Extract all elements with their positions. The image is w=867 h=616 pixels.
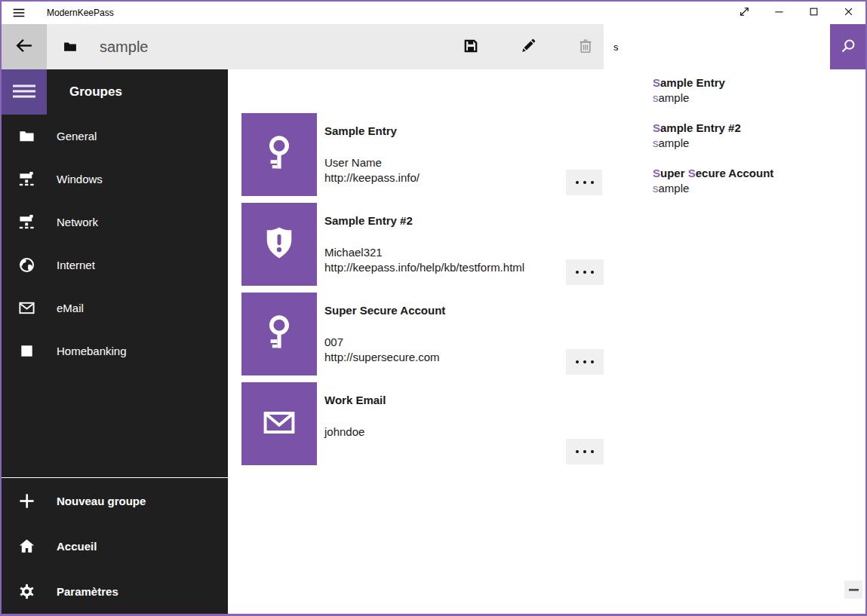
sidebar-item-label: Nouveau groupe: [57, 495, 146, 507]
entry-lines: 007http://supersecure.com: [324, 335, 445, 365]
search-suggestion[interactable]: Sample Entrysample: [602, 75, 865, 121]
more-dot: [591, 360, 594, 363]
sidebar-item-label: Internet: [57, 259, 95, 271]
entry-lines: User Namehttp://keepass.info/: [324, 155, 420, 185]
pane-hamburger-button[interactable]: [2, 69, 47, 115]
entry-info: Sample Entry #2Michael321http://keepass.…: [324, 203, 524, 286]
gear-icon: [18, 583, 35, 600]
sidebar-item-accueil[interactable]: Accueil: [2, 523, 228, 568]
sidebar-item-internet[interactable]: Internet: [2, 244, 228, 287]
suggestion-subtitle-part: s: [653, 91, 659, 104]
entry-line: User Name: [324, 155, 420, 170]
sidebar-item-param-tres[interactable]: Paramètres: [2, 568, 228, 614]
edit-button[interactable]: [510, 24, 546, 69]
search-suggestion[interactable]: Super Secure Accountsample: [602, 166, 865, 211]
database-folder-icon: [63, 39, 78, 54]
suggestion-subtitle-part: s: [653, 136, 659, 149]
suggestion-subtitle-part: ample: [659, 136, 690, 149]
entry-line: Michael321: [324, 245, 524, 260]
database-title: sample: [100, 38, 148, 56]
sidebar-item-general[interactable]: General: [2, 115, 228, 158]
entry-more-button[interactable]: [566, 439, 604, 464]
sidebar-item-homebanking[interactable]: Homebanking: [2, 329, 228, 372]
sidebar-item-label: Accueil: [57, 540, 97, 553]
network-icon: [18, 170, 35, 188]
more-dot: [576, 450, 579, 453]
modernkeepass-window: ModernKeePass sample: [0, 0, 867, 616]
close-icon: [841, 5, 856, 21]
search-suggestions-popup: Sample EntrysampleSample Entry #2sampleS…: [602, 69, 865, 216]
entry-info: Sample EntryUser Namehttp://keepass.info…: [324, 113, 420, 196]
entry-row-sample-entry[interactable]: Sample EntryUser Namehttp://keepass.info…: [241, 113, 619, 196]
entry-title: Sample Entry #2: [324, 213, 524, 228]
suggestion-subtitle: sample: [653, 90, 858, 106]
suggestion-title-part: ecure Account: [696, 167, 774, 179]
semantic-zoom-out-button[interactable]: [844, 581, 862, 599]
folder-icon: [18, 127, 35, 145]
entry-title: Work Email: [324, 393, 386, 408]
maximize-button[interactable]: [796, 2, 831, 24]
search-input[interactable]: [604, 24, 830, 69]
entry-row-super-secure-account[interactable]: Super Secure Account007http://supersecur…: [241, 293, 619, 375]
entry-line: http://keepass.info/help/kb/testform.htm…: [324, 260, 524, 275]
more-dot: [591, 181, 594, 184]
entry-title: Sample Entry: [324, 124, 420, 139]
maximize-icon: [807, 5, 821, 21]
minus-icon: [849, 589, 859, 591]
more-dot: [591, 450, 594, 453]
search-button[interactable]: [830, 24, 865, 69]
save-button[interactable]: [453, 24, 489, 69]
groups-list: GeneralWindowsNetworkInterneteMailHomeba…: [2, 115, 228, 372]
pencil-icon: [520, 38, 536, 57]
plus-icon: [18, 492, 35, 510]
sidebar-item-windows[interactable]: Windows: [2, 158, 228, 201]
entry-more-button[interactable]: [566, 170, 604, 195]
more-dot: [576, 181, 579, 184]
suggestion-title-part: ample Entry: [660, 76, 725, 89]
back-button[interactable]: [2, 24, 47, 69]
more-dot: [583, 181, 586, 184]
entry-line: johndoe: [324, 424, 386, 440]
more-dot: [583, 450, 586, 453]
entry-row-work-email[interactable]: Work Emailjohndoe: [241, 382, 619, 465]
sidebar-item-network[interactable]: Network: [2, 201, 228, 244]
sidebar-footer: Nouveau groupeAccueilParamètres: [2, 477, 228, 614]
minimize-button[interactable]: [761, 2, 796, 24]
entry-line: 007: [324, 335, 445, 350]
network-icon: [18, 213, 35, 231]
sidebar-item-label: Network: [57, 216, 98, 228]
square-icon: [18, 342, 35, 360]
sidebar-item-email[interactable]: eMail: [2, 287, 228, 329]
more-dot: [576, 271, 579, 274]
delete-button[interactable]: [567, 24, 604, 69]
back-arrow-icon: [15, 36, 34, 57]
search-suggestion[interactable]: Sample Entry #2sample: [602, 121, 865, 166]
fullscreen-button[interactable]: [727, 2, 761, 24]
entry-tile: [241, 203, 317, 286]
search-box: [604, 24, 830, 69]
more-dot: [583, 360, 586, 363]
entry-more-button[interactable]: [566, 349, 604, 375]
groups-header: Groupes: [69, 84, 122, 100]
entry-tile: [241, 113, 317, 196]
suggestion-title-part: uper: [660, 167, 688, 179]
entry-tile: [241, 382, 317, 465]
trash-icon: [577, 38, 594, 57]
suggestion-title: Sample Entry: [653, 75, 858, 90]
key-icon: [260, 133, 299, 176]
sidebar-item-nouveau-groupe[interactable]: Nouveau groupe: [2, 478, 228, 523]
titlebar-hamburger-icon[interactable]: [2, 2, 36, 24]
suggestion-title-part: ample Entry #2: [660, 121, 741, 134]
suggestion-subtitle: sample: [653, 136, 858, 151]
entry-row-sample-entry-2[interactable]: Sample Entry #2Michael321http://keepass.…: [241, 203, 619, 286]
entry-more-button[interactable]: [566, 259, 604, 285]
hamburger-icon: [13, 82, 35, 103]
pane-header: Groupes: [2, 69, 228, 115]
close-button[interactable]: [831, 2, 865, 24]
minimize-icon: [772, 5, 786, 21]
suggestion-title-part: S: [688, 167, 696, 179]
entry-lines: johndoe: [324, 424, 386, 440]
suggestion-subtitle: sample: [653, 181, 858, 196]
envelope-icon: [18, 299, 35, 317]
suggestion-subtitle-part: ample: [659, 91, 690, 104]
